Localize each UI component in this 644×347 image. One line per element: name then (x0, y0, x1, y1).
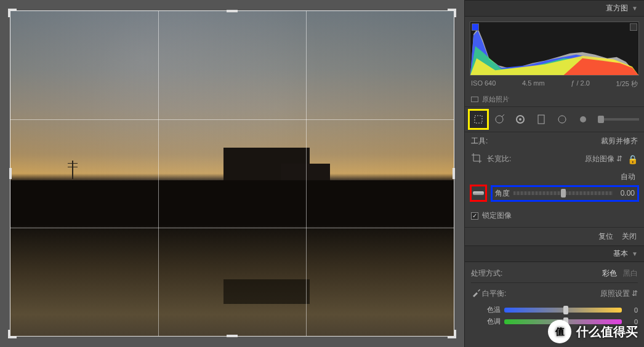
histogram-title: 直方图 (606, 3, 628, 14)
shadow-clip-indicator[interactable] (472, 23, 479, 31)
angle-value[interactable]: 0.00 (616, 189, 635, 197)
wb-label: 白平衡: (482, 289, 506, 299)
angle-label: 角度 (495, 188, 510, 199)
temp-label: 色温 (471, 305, 501, 314)
treatment-label: 处理方式: (471, 268, 502, 279)
brush-size-slider[interactable] (598, 118, 639, 121)
collapse-icon: ▼ (632, 5, 638, 12)
histogram-graph (470, 22, 638, 75)
brush-icon (579, 115, 587, 124)
crop-handle-bottom[interactable] (227, 335, 238, 337)
photo-crop-area[interactable] (10, 10, 454, 337)
exif-focal: 4.5 mm (522, 79, 545, 89)
chevron-updown-icon: ⇵ (616, 154, 622, 163)
aspect-crop-icon[interactable] (471, 153, 482, 166)
aspect-dropdown[interactable]: 原始图像 ⇵ (585, 154, 622, 164)
level-icon (473, 191, 484, 195)
histogram-header[interactable]: 直方图 ▼ (465, 0, 644, 17)
crop-icon (473, 114, 484, 125)
temp-slider[interactable] (504, 308, 622, 313)
radial-icon (557, 114, 568, 125)
svg-point-4 (519, 118, 521, 121)
collapse-icon: ▼ (632, 250, 638, 257)
gradient-icon (537, 114, 545, 125)
exif-row: ISO 640 4.5 mm ƒ / 2.0 1/25 秒 (465, 78, 644, 92)
brush-tool-button[interactable] (574, 111, 592, 128)
grad-tool-button[interactable] (533, 111, 550, 128)
treatment-bw[interactable]: 黑白 (623, 268, 638, 279)
eyedropper-icon (471, 287, 482, 298)
histogram[interactable] (470, 22, 639, 76)
crop-handle-br[interactable] (448, 330, 456, 338)
auto-straighten-button[interactable]: 自动 (621, 172, 635, 181)
straighten-tool-button[interactable] (470, 185, 487, 202)
exif-aperture: ƒ / 2.0 (571, 79, 590, 89)
svg-line-2 (502, 114, 504, 117)
crop-handle-top[interactable] (227, 10, 238, 12)
spot-tool-button[interactable] (491, 111, 508, 128)
spot-icon (494, 114, 505, 125)
tool-current: 裁剪并修齐 (601, 136, 638, 146)
redeye-tool-button[interactable] (512, 111, 529, 128)
lock-icon[interactable]: 🔒 (627, 154, 638, 164)
temp-value[interactable]: 0 (626, 306, 638, 314)
original-photo-toggle[interactable]: 原始照片 (465, 92, 644, 107)
rectangle-icon (471, 97, 478, 102)
crop-handle-bl[interactable] (8, 330, 17, 338)
aspect-label: 长宽比: (487, 154, 511, 164)
eye-icon (515, 114, 526, 125)
watermark: 值 什么值得买 (548, 320, 638, 343)
crop-handle-left[interactable] (9, 168, 12, 179)
angle-slider[interactable] (513, 191, 613, 195)
crop-handle-right[interactable] (453, 168, 455, 179)
close-button[interactable]: 关闭 (622, 231, 637, 242)
svg-point-7 (580, 116, 586, 122)
original-label: 原始照片 (482, 95, 509, 104)
crop-icon (471, 153, 482, 164)
aspect-value: 原始图像 (585, 154, 614, 163)
svg-point-6 (558, 116, 566, 123)
wb-dropdown[interactable]: 原照设置 ⇵ (600, 289, 638, 299)
treatment-color[interactable]: 彩色 (602, 268, 617, 279)
basic-header[interactable]: 基本 ▼ (465, 245, 644, 262)
radial-tool-button[interactable] (553, 111, 571, 128)
svg-rect-5 (538, 115, 544, 124)
watermark-text: 什么值得买 (576, 324, 638, 340)
tool-label: 工具: (471, 136, 488, 146)
eyedropper-button[interactable] (471, 287, 482, 300)
wb-value: 原照设置 (600, 289, 630, 298)
exif-shutter: 1/25 秒 (616, 79, 638, 89)
canvas-area[interactable] (0, 0, 464, 347)
reset-button[interactable]: 复位 (598, 231, 613, 242)
right-panel: 直方图 ▼ ISO 640 4.5 mm ƒ / 2.0 1/25 秒 (464, 0, 644, 347)
basic-title: 基本 (613, 249, 628, 259)
crop-tool-button[interactable] (470, 111, 487, 128)
lock-image-label: 锁定图像 (482, 210, 512, 221)
crop-handle-tr[interactable] (448, 9, 456, 17)
highlight-clip-indicator[interactable] (630, 23, 637, 31)
crop-handle-tl[interactable] (8, 9, 17, 17)
lock-image-checkbox[interactable]: ✓ (471, 212, 478, 220)
exif-iso: ISO 640 (471, 79, 496, 89)
watermark-badge: 值 (548, 320, 571, 343)
tool-strip (465, 107, 644, 132)
tint-label: 色调 (471, 317, 501, 326)
svg-rect-0 (475, 116, 482, 123)
chevron-updown-icon: ⇵ (632, 289, 638, 298)
crop-frame[interactable] (10, 10, 454, 337)
